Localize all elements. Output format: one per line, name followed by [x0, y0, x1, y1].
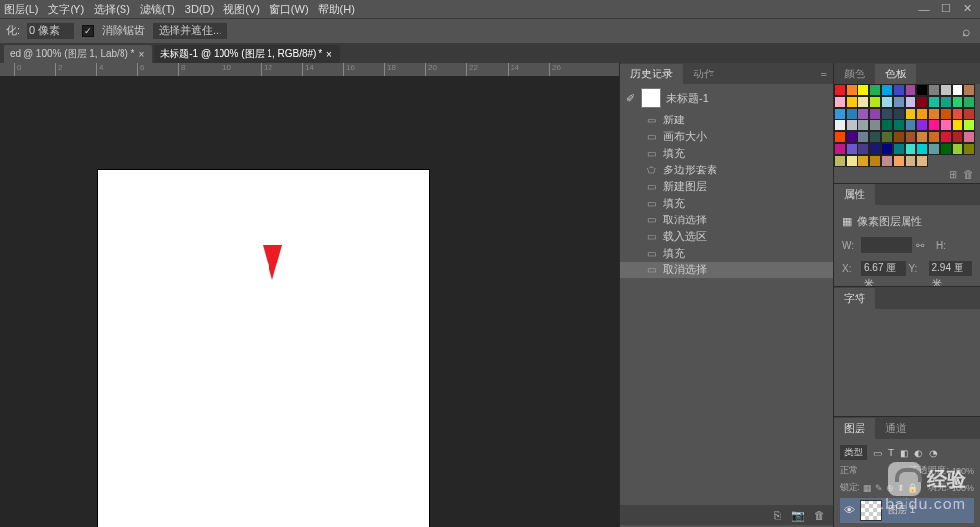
menu-window[interactable]: 窗口(W)	[270, 2, 309, 17]
swatch-31[interactable]	[916, 108, 928, 120]
tab-properties[interactable]: 属性	[834, 184, 875, 205]
w-input[interactable]	[861, 237, 912, 253]
filter-smart-icon[interactable]: ◔	[929, 448, 938, 458]
filter-pixel-icon[interactable]: ▭	[873, 448, 882, 458]
antialias-checkbox[interactable]: ✓	[82, 25, 94, 37]
swatch-57[interactable]	[940, 131, 952, 143]
swatch-38[interactable]	[858, 120, 869, 131]
document-tab-0-close-icon[interactable]: ×	[138, 49, 144, 60]
swatch-8[interactable]	[928, 84, 940, 96]
swatch-78[interactable]	[905, 155, 916, 167]
swatch-14[interactable]	[858, 96, 869, 108]
swatch-69[interactable]	[940, 143, 952, 155]
delete-icon[interactable]: 🗑	[814, 509, 825, 521]
swatch-22[interactable]	[952, 96, 963, 108]
swatch-52[interactable]	[881, 131, 893, 143]
tab-channels[interactable]: 通道	[875, 418, 916, 439]
canvas[interactable]	[98, 170, 429, 527]
history-item-5[interactable]: ▭填充	[620, 195, 833, 212]
history-item-7[interactable]: ▭载入选区	[620, 228, 833, 245]
document-tab-1[interactable]: 未标题-1 @ 100% (图层 1, RGB/8#) * ×	[154, 45, 340, 63]
close-button[interactable]: ✕	[960, 2, 974, 15]
swatch-29[interactable]	[893, 108, 905, 120]
swatch-19[interactable]	[916, 96, 928, 108]
filter-text-icon[interactable]: T	[888, 448, 894, 458]
swatch-0[interactable]	[834, 84, 846, 96]
swatch-16[interactable]	[881, 96, 893, 108]
new-swatch-icon[interactable]: ⊞	[949, 168, 957, 181]
menu-select[interactable]: 选择(S)	[94, 2, 130, 17]
menu-text[interactable]: 文字(Y)	[48, 2, 84, 17]
swatch-4[interactable]	[881, 84, 893, 96]
history-item-1[interactable]: ▭画布大小	[620, 128, 833, 145]
delete-swatch-icon[interactable]: 🗑	[963, 168, 974, 181]
swatch-25[interactable]	[846, 108, 858, 120]
swatch-23[interactable]	[963, 96, 975, 108]
lock-brush-icon[interactable]: ✎	[875, 483, 883, 493]
swatch-61[interactable]	[846, 143, 858, 155]
swatch-7[interactable]	[916, 84, 928, 96]
y-value[interactable]: 2.94 厘米	[929, 261, 973, 276]
snapshot-icon[interactable]: 📷	[791, 509, 805, 522]
swatch-32[interactable]	[928, 108, 940, 120]
document-tab-0[interactable]: ed @ 100% (图层 1, Lab/8) * ×	[4, 45, 152, 63]
tab-color[interactable]: 颜色	[834, 64, 875, 84]
swatch-63[interactable]	[869, 143, 881, 155]
swatch-77[interactable]	[893, 155, 905, 167]
swatch-18[interactable]	[905, 96, 916, 108]
panel-menu-icon[interactable]: ≡	[815, 68, 833, 79]
history-item-8[interactable]: ▭填充	[620, 245, 833, 262]
swatch-24[interactable]	[834, 108, 846, 120]
x-value[interactable]: 6.67 厘米	[861, 261, 906, 276]
swatch-62[interactable]	[858, 143, 869, 155]
history-document-row[interactable]: ✐ 未标题-1	[620, 84, 833, 112]
swatch-53[interactable]	[893, 131, 905, 143]
swatch-26[interactable]	[858, 108, 869, 120]
swatch-27[interactable]	[869, 108, 881, 120]
tab-layers[interactable]: 图层	[834, 418, 875, 439]
select-and-mask-button[interactable]: 选择并遮住...	[153, 23, 227, 39]
swatch-20[interactable]	[928, 96, 940, 108]
swatch-42[interactable]	[905, 120, 916, 131]
history-item-0[interactable]: ▭新建	[620, 112, 833, 128]
swatch-64[interactable]	[881, 143, 893, 155]
swatch-73[interactable]	[846, 155, 858, 167]
swatch-28[interactable]	[881, 108, 893, 120]
menu-view[interactable]: 视图(V)	[223, 2, 260, 17]
filter-shape-icon[interactable]: ◐	[914, 448, 923, 458]
swatch-54[interactable]	[905, 131, 916, 143]
swatch-79[interactable]	[916, 155, 928, 167]
menu-filter[interactable]: 滤镜(T)	[140, 2, 175, 17]
swatch-9[interactable]	[940, 84, 952, 96]
tolerance-input[interactable]: 0 像素	[27, 23, 74, 39]
swatch-15[interactable]	[869, 96, 881, 108]
swatch-37[interactable]	[846, 120, 858, 131]
swatch-76[interactable]	[881, 155, 893, 167]
swatch-48[interactable]	[834, 131, 846, 143]
swatch-40[interactable]	[881, 120, 893, 131]
swatch-1[interactable]	[846, 84, 858, 96]
swatch-74[interactable]	[858, 155, 869, 167]
swatch-56[interactable]	[928, 131, 940, 143]
layer-thumbnail[interactable]	[860, 500, 882, 521]
visibility-icon[interactable]: 👁	[844, 504, 855, 516]
swatch-12[interactable]	[834, 96, 846, 108]
menu-layer[interactable]: 图层(L)	[4, 2, 38, 17]
swatch-11[interactable]	[963, 84, 975, 96]
search-icon[interactable]: ⌕	[962, 24, 970, 39]
menu-help[interactable]: 帮助(H)	[318, 2, 355, 17]
swatch-60[interactable]	[834, 143, 846, 155]
swatch-39[interactable]	[869, 120, 881, 131]
swatch-36[interactable]	[834, 120, 846, 131]
swatch-46[interactable]	[952, 120, 963, 131]
tab-history[interactable]: 历史记录	[620, 64, 683, 84]
swatch-72[interactable]	[834, 155, 846, 167]
tab-character[interactable]: 字符	[834, 288, 875, 309]
link-icon[interactable]: ⚯	[916, 240, 932, 251]
layer-name[interactable]: 图层 1	[888, 503, 915, 517]
create-doc-icon[interactable]: ⎘	[774, 509, 781, 521]
opacity-value[interactable]: 100%	[952, 466, 974, 476]
swatch-65[interactable]	[893, 143, 905, 155]
tab-swatches[interactable]: 色板	[875, 64, 916, 84]
maximize-button[interactable]: ☐	[939, 2, 953, 15]
